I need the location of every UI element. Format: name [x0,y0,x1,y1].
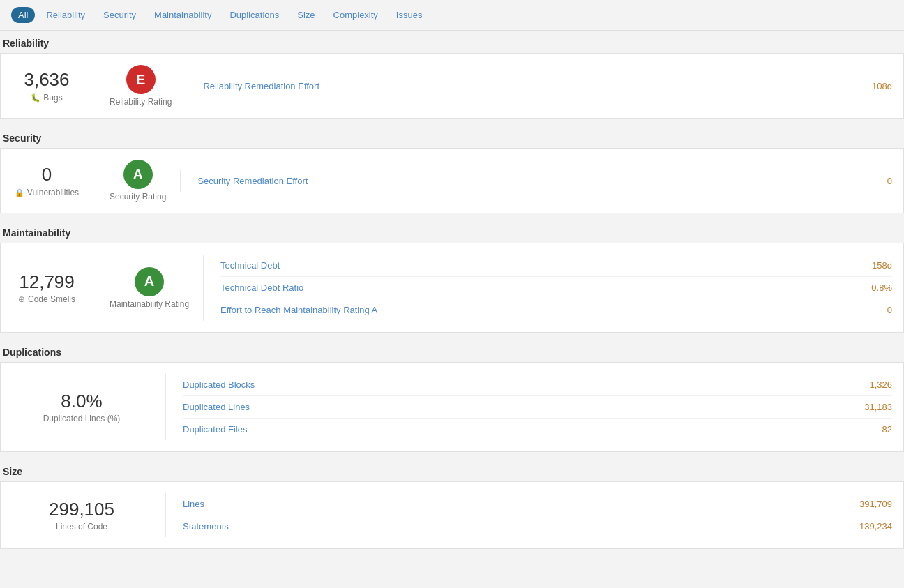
reliability-section: Reliability 3,636 Bugs E Reliability Rat… [0,31,904,126]
filter-reliability[interactable]: Reliability [39,7,92,23]
reliability-rating-badge: E Reliability Rating [96,65,186,107]
maintainability-header: Maintainability [0,220,904,243]
filter-duplications[interactable]: Duplications [223,7,286,23]
tech-debt-row: Technical Debt 158d [220,255,892,277]
maintainability-section: Maintainability 12,799 Code Smells A Mai… [0,220,904,340]
reliability-card: 3,636 Bugs E Reliability Rating Reliabil… [0,53,904,119]
filter-all[interactable]: All [11,7,35,23]
size-right-metrics: Lines 391,709 Statements 139,234 [165,493,892,537]
statements-value: 139,234 [859,521,892,532]
security-rating-circle: A [123,160,153,189]
reliability-remediation-value: 108d [872,81,892,91]
duplications-main-metric: 8.0% Duplicated Lines (%) [12,391,165,423]
bugs-value: 3,636 [24,69,69,91]
maintainability-card: 12,799 Code Smells A Maintainability Rat… [0,243,904,333]
bugs-label: Bugs [31,93,62,103]
dup-files-row: Duplicated Files 82 [183,419,892,440]
vulnerabilities-label: Vulnerabilities [15,188,79,197]
lines-row: Lines 391,709 [183,493,892,515]
tech-debt-ratio-row: Technical Debt Ratio 0.8% [220,277,892,299]
duplications-section: Duplications 8.0% Duplicated Lines (%) D… [0,340,904,459]
effort-maintainability-row: Effort to Reach Maintainability Rating A… [220,299,892,321]
filter-complexity[interactable]: Complexity [326,7,385,23]
filter-issues[interactable]: Issues [389,7,430,23]
security-card: 0 Vulnerabilities A Security Rating Secu… [0,148,904,213]
tech-debt-value: 158d [872,260,892,271]
vulnerabilities-value: 0 [42,164,52,186]
loc-value: 299,105 [49,499,114,520]
loc-label: Lines of Code [56,522,107,532]
dup-files-label[interactable]: Duplicated Files [183,424,248,435]
maintainability-right-metrics: Technical Debt 158d Technical Debt Ratio… [203,255,892,321]
reliability-rating-label: Reliability Rating [110,97,172,107]
dup-lines-percent-value: 8.0% [61,391,102,412]
size-section: Size 299,105 Lines of Code Lines 391,709… [0,459,904,556]
duplications-right-metrics: Duplicated Blocks 1,326 Duplicated Lines… [165,374,892,440]
lines-label[interactable]: Lines [183,499,204,509]
effort-maintainability-label[interactable]: Effort to Reach Maintainability Rating A [220,305,377,315]
security-left-metric: 0 Vulnerabilities [12,164,96,197]
dup-files-value: 82 [882,424,892,435]
tech-debt-label[interactable]: Technical Debt [220,260,280,271]
codesmells-value: 12,799 [19,271,75,293]
lines-value: 391,709 [859,499,892,509]
security-rating-badge: A Security Rating [96,160,180,202]
filter-size[interactable]: Size [290,7,322,23]
security-rating-label: Security Rating [110,192,166,202]
security-remediation-row: Security Remediation Effort 0 [197,170,892,192]
dup-blocks-label[interactable]: Duplicated Blocks [183,379,255,390]
reliability-header: Reliability [0,31,904,53]
security-right-metrics: Security Remediation Effort 0 [180,170,892,192]
smell-icon [18,294,25,304]
reliability-left-metric: 3,636 Bugs [12,69,96,102]
filter-security[interactable]: Security [96,7,143,23]
reliability-rating-circle: E [126,65,156,94]
maintainability-left-metric: 12,799 Code Smells [12,271,96,304]
tech-debt-ratio-label[interactable]: Technical Debt Ratio [220,282,303,293]
dup-lines-row: Duplicated Lines 31,183 [183,396,892,419]
dup-lines-label[interactable]: Duplicated Lines [183,402,250,412]
statements-row: Statements 139,234 [183,515,892,537]
bug-icon [31,93,40,103]
security-header: Security [0,126,904,148]
reliability-remediation-row: Reliability Remediation Effort 108d [203,75,892,97]
statements-label[interactable]: Statements [183,521,229,532]
dup-lines-value: 31,183 [864,402,892,412]
codesmells-label: Code Smells [18,294,75,304]
filter-bar: All Reliability Security Maintainability… [0,0,904,31]
reliability-remediation-label[interactable]: Reliability Remediation Effort [203,81,319,91]
size-main-metric: 299,105 Lines of Code [12,499,165,532]
size-card: 299,105 Lines of Code Lines 391,709 Stat… [0,481,904,549]
maintainability-rating-label: Maintainability Rating [110,299,189,309]
dup-blocks-row: Duplicated Blocks 1,326 [183,374,892,396]
reliability-right-metrics: Reliability Remediation Effort 108d [186,75,892,97]
vuln-icon [15,188,24,197]
security-remediation-value: 0 [887,176,892,186]
size-header: Size [0,459,904,481]
security-remediation-label[interactable]: Security Remediation Effort [197,176,308,186]
filter-maintainability[interactable]: Maintainability [147,7,218,23]
maintainability-rating-badge: A Maintainability Rating [96,267,203,309]
duplications-header: Duplications [0,340,904,362]
security-section: Security 0 Vulnerabilities A Security Ra… [0,126,904,220]
effort-maintainability-value: 0 [887,305,892,315]
dup-blocks-value: 1,326 [869,379,892,390]
duplications-card: 8.0% Duplicated Lines (%) Duplicated Blo… [0,362,904,452]
maintainability-rating-circle: A [135,267,164,296]
tech-debt-ratio-value: 0.8% [871,282,892,293]
dup-lines-percent-label: Duplicated Lines (%) [43,414,121,423]
